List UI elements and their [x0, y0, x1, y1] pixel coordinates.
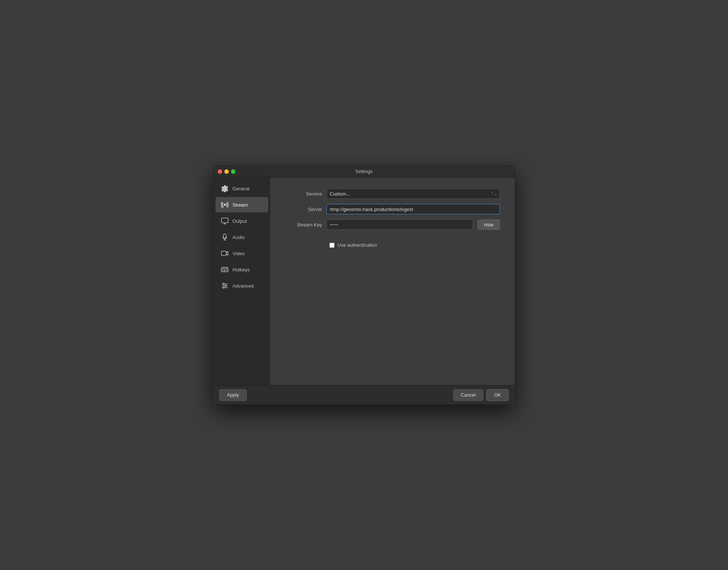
- audio-icon: [221, 233, 229, 241]
- stream-key-label: Stream Key: [285, 222, 322, 228]
- window-controls: [218, 169, 235, 174]
- sidebar-label-hotkeys: Hotkeys: [232, 267, 250, 272]
- bottom-left-buttons: Apply: [219, 389, 247, 401]
- output-icon: [221, 217, 229, 225]
- svg-rect-7: [224, 268, 225, 270]
- stream-form: Service Custom... ⌃⌄ Server Stream Key: [285, 189, 500, 248]
- svg-rect-10: [224, 270, 225, 271]
- sidebar-label-output: Output: [232, 218, 247, 224]
- sidebar-item-stream[interactable]: A Stream: [216, 197, 268, 212]
- use-auth-label[interactable]: Use authentication: [337, 242, 377, 248]
- advanced-icon: [221, 282, 229, 290]
- sidebar-label-video: Video: [232, 251, 245, 256]
- sidebar-item-hotkeys[interactable]: Hotkeys: [216, 262, 268, 277]
- server-label: Server: [285, 207, 322, 212]
- svg-rect-8: [225, 268, 226, 270]
- svg-rect-6: [222, 268, 223, 270]
- cancel-button[interactable]: Cancel: [453, 389, 483, 401]
- bottom-bar: Apply Cancel OK: [213, 385, 515, 404]
- service-row: Service Custom... ⌃⌄: [285, 189, 500, 199]
- svg-rect-9: [222, 270, 223, 271]
- svg-point-15: [223, 287, 224, 288]
- settings-window: Settings General A: [213, 165, 515, 405]
- svg-rect-2: [221, 218, 228, 223]
- sidebar-item-video[interactable]: Video: [216, 246, 268, 261]
- svg-text:A: A: [222, 206, 224, 208]
- stream-key-input[interactable]: [326, 219, 473, 230]
- hide-button[interactable]: Hide: [477, 219, 500, 230]
- sidebar-label-general: General: [232, 186, 249, 191]
- svg-rect-4: [221, 251, 226, 256]
- server-row: Server: [285, 204, 500, 214]
- use-auth-checkbox[interactable]: [329, 243, 335, 248]
- service-select-wrapper: Custom... ⌃⌄: [326, 189, 500, 199]
- auth-row: Use authentication: [285, 242, 500, 248]
- svg-point-3: [223, 234, 226, 238]
- stream-icon: A: [221, 201, 229, 209]
- stream-key-row: Stream Key Hide: [285, 219, 500, 230]
- close-button[interactable]: [218, 169, 222, 174]
- titlebar: Settings: [213, 166, 515, 177]
- bottom-right-buttons: Cancel OK: [453, 389, 509, 401]
- service-select[interactable]: Custom...: [326, 189, 500, 199]
- maximize-button[interactable]: [231, 169, 235, 174]
- sidebar-label-advanced: Advanced: [232, 283, 254, 289]
- gear-icon: [221, 184, 229, 193]
- server-input[interactable]: [326, 204, 500, 214]
- sidebar-item-advanced[interactable]: Advanced: [216, 278, 268, 293]
- svg-rect-11: [227, 268, 228, 270]
- svg-point-13: [223, 283, 224, 285]
- window-title: Settings: [356, 169, 373, 174]
- sidebar-item-output[interactable]: Output: [216, 213, 268, 229]
- sidebar-label-stream: Stream: [232, 202, 248, 208]
- ok-button[interactable]: OK: [486, 389, 509, 401]
- main-panel: Service Custom... ⌃⌄ Server Stream Key: [270, 177, 515, 385]
- service-label: Service: [285, 191, 322, 197]
- hotkeys-icon: [221, 265, 229, 274]
- svg-rect-5: [221, 267, 228, 272]
- main-content: General A Stream: [213, 177, 515, 385]
- sidebar-item-general[interactable]: General: [216, 181, 268, 196]
- sidebar: General A Stream: [213, 177, 270, 385]
- video-icon: [221, 249, 229, 257]
- svg-point-0: [224, 204, 226, 206]
- svg-rect-12: [227, 270, 228, 271]
- svg-point-14: [225, 285, 227, 286]
- sidebar-item-audio[interactable]: Audio: [216, 229, 268, 245]
- sidebar-label-audio: Audio: [232, 235, 245, 240]
- minimize-button[interactable]: [224, 169, 229, 174]
- apply-button[interactable]: Apply: [219, 389, 247, 401]
